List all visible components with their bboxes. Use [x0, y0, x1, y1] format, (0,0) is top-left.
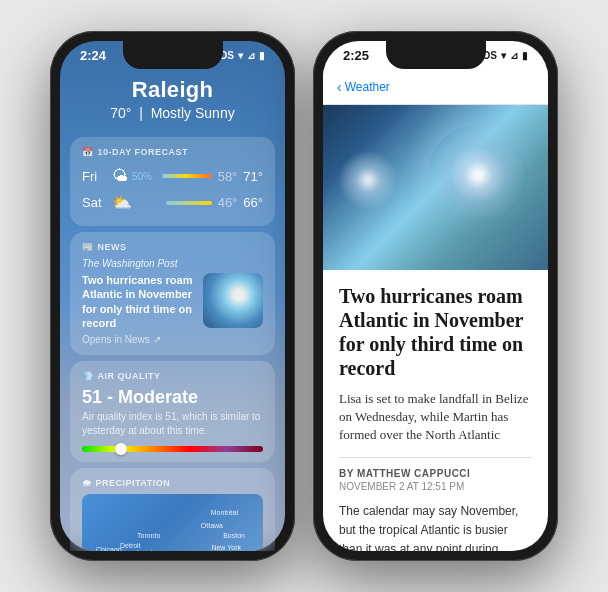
aq-indicator [115, 443, 127, 455]
forecast-icon-fri: 🌤 [112, 167, 128, 185]
city-name: Raleigh [70, 77, 275, 103]
news-link[interactable]: Opens in News ↗ [82, 334, 195, 345]
air-quality-card[interactable]: 💨 AIR QUALITY 51 - Moderate Air quality … [70, 361, 275, 462]
city-toronto: Toronto [137, 532, 160, 539]
article-divider [339, 457, 532, 458]
city-boston: Boston [223, 532, 245, 539]
precip-title: 🌧 PRECIPITATION [82, 478, 263, 488]
forecast-day-sat: Sat [82, 195, 112, 210]
precipitation-card[interactable]: 🌧 PRECIPITATION Montréal Ottawa Boston T… [70, 468, 275, 551]
back-chevron-icon: ‹ [337, 79, 342, 95]
forecast-day-fri: Fri [82, 169, 112, 184]
news-body: Two hurricanes roam Atlantic in November… [82, 273, 263, 345]
forecast-row-sat: Sat ⛅ 46° 66° [82, 189, 263, 216]
back-button[interactable]: ‹ Weather [337, 79, 390, 95]
article-body-text: The calendar may say November, but the t… [339, 504, 528, 551]
forecast-title: 📅 10-DAY FORECAST [82, 147, 263, 157]
aq-desc: Air quality index is 51, which is simila… [82, 410, 263, 438]
notch-right [386, 41, 486, 69]
condition-value: Mostly Sunny [151, 105, 235, 121]
article-content[interactable]: Two hurricanes roam Atlantic in November… [323, 105, 548, 551]
hurricane-swirl-2 [333, 145, 403, 215]
signal-icon: ▾ [238, 50, 243, 61]
news-icon: 📰 [82, 242, 94, 252]
aq-bar [82, 446, 263, 452]
air-icon: 💨 [82, 371, 94, 381]
right-phone: 2:25 SOS ▾ ⊿ ▮ ‹ Weather [313, 31, 558, 561]
phones-container: 2:24 SOS ▾ ⊿ ▮ Raleigh 70° | Mostly Sunn… [40, 21, 568, 571]
news-image [203, 273, 263, 328]
air-quality-title: 💨 AIR QUALITY [82, 371, 263, 381]
calendar-icon: 📅 [82, 147, 94, 157]
battery-icon: ▮ [259, 50, 265, 61]
hurricane-thumbnail [203, 273, 263, 328]
left-phone: 2:24 SOS ▾ ⊿ ▮ Raleigh 70° | Mostly Sunn… [50, 31, 295, 561]
article-body: Two hurricanes roam Atlantic in November… [323, 270, 548, 551]
left-screen: 2:24 SOS ▾ ⊿ ▮ Raleigh 70° | Mostly Sunn… [60, 41, 285, 551]
forecast-range-sat: 46° 66° [218, 195, 263, 210]
temp-condition: 70° | Mostly Sunny [70, 105, 275, 121]
signal-icon-right: ▾ [501, 50, 506, 61]
notch-left [123, 41, 223, 69]
article-byline: BY MATTHEW CAPPUCCI [339, 468, 532, 479]
battery-icon-right: ▮ [522, 50, 528, 61]
news-title: 📰 NEWS [82, 242, 263, 252]
news-text-block: Two hurricanes roam Atlantic in November… [82, 273, 195, 345]
temp-value: 70° [110, 105, 131, 121]
city-detroit: Detroit [120, 542, 141, 549]
forecast-row-fri: Fri 🌤 50% 58° 71° [82, 163, 263, 189]
news-card[interactable]: 📰 NEWS The Washington Post Two hurricane… [70, 232, 275, 355]
article-hero-image [323, 105, 548, 270]
weather-header: Raleigh 70° | Mostly Sunny [60, 69, 285, 131]
wifi-icon: ⊿ [247, 50, 255, 61]
hurricane-swirl-1 [428, 125, 528, 225]
article-subhead: Lisa is set to make landfall in Belize o… [339, 390, 532, 445]
city-newyork: New York [211, 544, 241, 551]
map-area: Montréal Ottawa Boston Toronto New York … [82, 494, 263, 551]
forecast-card[interactable]: 📅 10-DAY FORECAST Fri 🌤 50% 58° 71° [70, 137, 275, 226]
time-right: 2:25 [343, 48, 369, 63]
temp-bar-fri [156, 174, 218, 178]
aq-value: 51 - Moderate [82, 387, 263, 408]
city-london: London [137, 549, 160, 551]
city-chicago: Chicago [96, 546, 122, 551]
news-headline: Two hurricanes roam Atlantic in November… [82, 273, 195, 330]
back-nav: ‹ Weather [323, 69, 548, 105]
back-label: Weather [345, 80, 390, 94]
cloud-icon: 🌧 [82, 478, 92, 488]
city-ottawa: Ottawa [201, 522, 223, 529]
article-date: NOVEMBER 2 AT 12:51 PM [339, 481, 532, 492]
news-source: The Washington Post [82, 258, 263, 269]
temp-bar-sat [160, 201, 218, 205]
wifi-icon-right: ⊿ [510, 50, 518, 61]
article-headline: Two hurricanes roam Atlantic in November… [339, 284, 532, 380]
forecast-precip-fri: 50% [128, 171, 156, 182]
forecast-range-fri: 58° 71° [218, 169, 263, 184]
article-text: The calendar may say November, but the t… [339, 502, 532, 551]
forecast-icon-sat: ⛅ [112, 193, 132, 212]
right-screen: 2:25 SOS ▾ ⊿ ▮ ‹ Weather [323, 41, 548, 551]
weather-content[interactable]: Raleigh 70° | Mostly Sunny 📅 10-DAY FORE… [60, 69, 285, 551]
city-montreal: Montréal [211, 509, 238, 516]
time-left: 2:24 [80, 48, 106, 63]
map-cities: Montréal Ottawa Boston Toronto New York … [82, 494, 263, 551]
